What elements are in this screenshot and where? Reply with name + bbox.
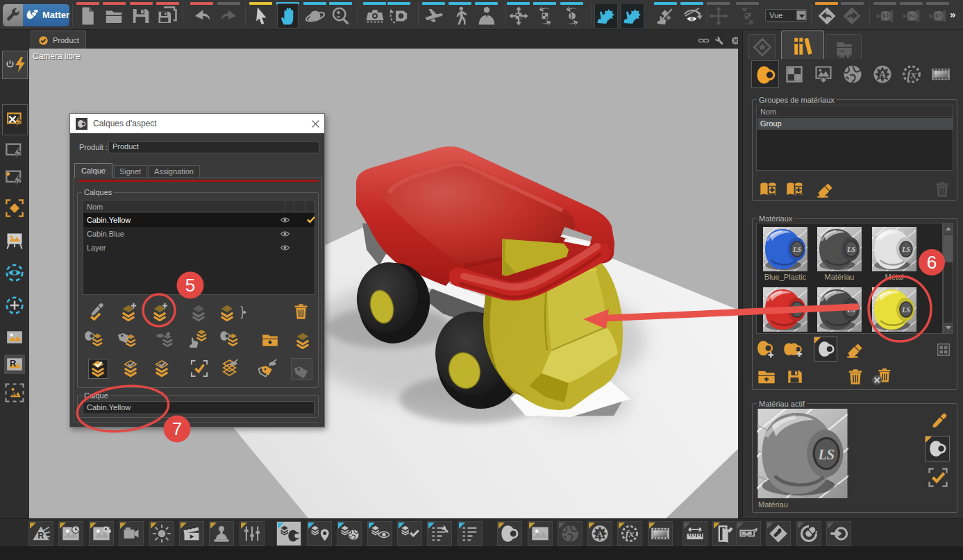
svg-text:3: 3 [936,11,941,21]
svg-text:R: R [12,389,17,398]
svg-text:1: 1 [883,11,888,21]
svg-text:2: 2 [910,11,914,21]
